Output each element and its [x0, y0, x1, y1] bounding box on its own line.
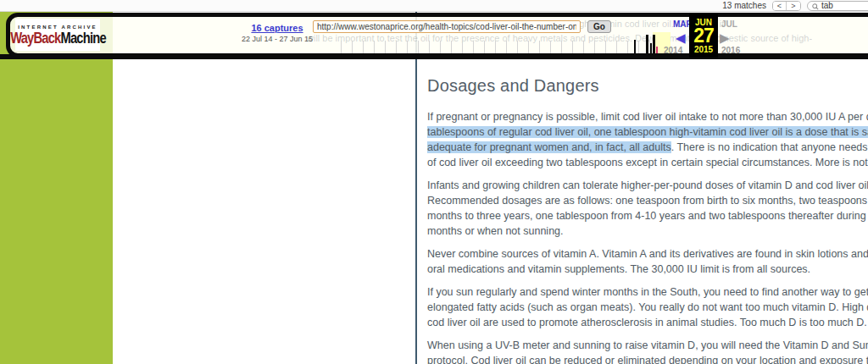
- search-icon: [812, 0, 819, 14]
- paragraph-vitamin-a: Never combine sources of vitamin A. Vita…: [427, 246, 868, 277]
- archive-url-input[interactable]: [313, 20, 581, 33]
- find-next-button[interactable]: >: [787, 2, 800, 10]
- article-content-column: Dosages and Dangers If pregnant or pregn…: [415, 12, 868, 364]
- next-month-label: JUL: [721, 19, 737, 29]
- find-previous-button[interactable]: <: [773, 2, 787, 10]
- captures-date-range: 22 Jul 14 - 27 Jun 15: [214, 35, 341, 43]
- capture-timeline[interactable]: [331, 41, 671, 53]
- next-capture-arrow-icon[interactable]: ▶: [720, 31, 730, 44]
- section-title: Dosages and Dangers: [427, 76, 868, 96]
- find-search-input[interactable]: [821, 1, 855, 10]
- wayback-wordmark-black: Machine: [60, 29, 105, 47]
- current-capture-date-chip: JUN 27 2015: [689, 13, 718, 58]
- wayback-machine-logo[interactable]: INTERNET ARCHIVE WayBackMachine: [15, 19, 100, 51]
- find-search-field[interactable]: [807, 1, 868, 11]
- capture-bar-current: [656, 47, 658, 53]
- previous-capture-arrow-icon[interactable]: ◀: [676, 31, 686, 44]
- next-year-link[interactable]: 2016: [721, 46, 740, 55]
- archived-page-background: Dosages and Dangers If pregnant or pregn…: [0, 12, 868, 364]
- wayback-toolbar: commercial source of high-vitamin cod li…: [6, 13, 868, 58]
- paragraph-uvb: When using a UV-B meter and sunning to r…: [427, 338, 868, 364]
- capture-bar: [653, 35, 655, 53]
- paragraph-sunning: If you sun regularly and spend winter mo…: [427, 284, 868, 330]
- go-button[interactable]: Go: [587, 20, 611, 33]
- paragraph-text: If pregnant or pregnancy is possible, li…: [427, 111, 868, 123]
- paragraph-dosage: If pregnant or pregnancy is possible, li…: [427, 109, 868, 170]
- previous-year-link[interactable]: 2014: [664, 46, 682, 55]
- capture-bar: [634, 40, 636, 53]
- capture-bar: [650, 43, 652, 53]
- capture-bar: [646, 35, 648, 53]
- current-day-label: 27: [693, 27, 714, 45]
- current-year-label: 2015: [694, 45, 713, 54]
- wayback-wordmark-red: WayBack: [10, 29, 60, 47]
- page-white-area: Dosages and Dangers If pregnant or pregn…: [113, 12, 841, 364]
- match-count: 13 matches: [722, 1, 766, 10]
- find-bar: 13 matches < >: [0, 0, 868, 12]
- paragraph-infants: Infants and growing children can tolerat…: [427, 178, 868, 239]
- wayback-wordmark: WayBackMachine: [10, 29, 106, 47]
- find-pager: < >: [772, 1, 801, 11]
